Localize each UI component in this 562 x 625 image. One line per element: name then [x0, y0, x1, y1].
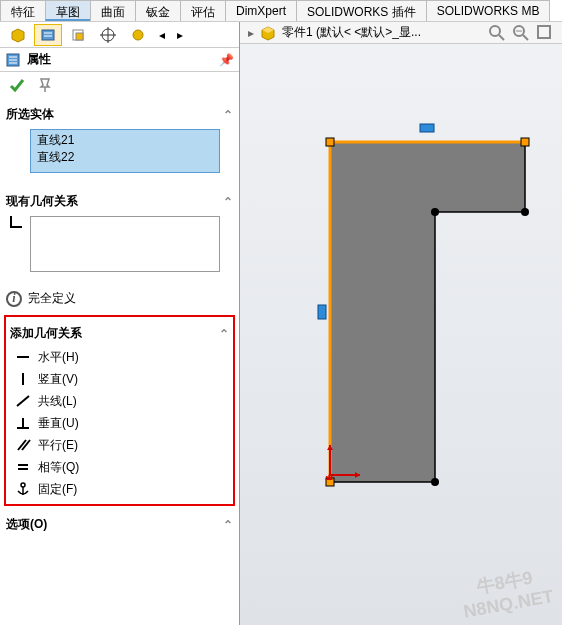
selected-entities-list[interactable]: 直线21 直线22 [30, 129, 220, 173]
sketch-endpoint[interactable] [431, 208, 439, 216]
graphics-viewport[interactable]: ▸ 零件1 (默认< <默认>_显... [240, 22, 562, 625]
sketch-endpoint[interactable] [431, 478, 439, 486]
rel-equal[interactable]: 相等(Q) [10, 456, 229, 478]
part-icon [260, 25, 276, 41]
sketch-endpoint[interactable] [521, 138, 529, 146]
equal-icon [14, 458, 32, 476]
ribbon-tabs: 特征 草图 曲面 钣金 评估 DimXpert SOLIDWORKS 插件 SO… [0, 0, 562, 22]
dimxpert-tab[interactable] [94, 24, 122, 46]
property-manager-panel: ◂ ▸ 属性 📌 所选实体 ⌃ 直线21 直线22 [0, 22, 240, 625]
info-icon: i [6, 291, 22, 307]
document-tab-bar: ▸ 零件1 (默认< <默认>_显... [240, 22, 562, 44]
svg-line-16 [17, 396, 29, 406]
confirm-row [0, 72, 239, 98]
chevron-left-icon: ◂ [159, 28, 165, 42]
pin-icon[interactable]: 📌 [219, 53, 234, 67]
property-header-icon [5, 52, 21, 68]
ok-button[interactable] [8, 76, 26, 94]
svg-point-23 [21, 483, 25, 487]
panel-scroll-left[interactable]: ◂ [154, 24, 170, 46]
panel-scroll-right[interactable]: ▸ [172, 24, 188, 46]
highlighted-add-relations: 添加几何关系 ⌃ 水平(H) 竖直(V) 共线(L) 垂直(U) 平行(E [4, 315, 235, 506]
options-label: 选项(O) [6, 516, 47, 533]
collapse-add-icon[interactable]: ⌃ [219, 327, 229, 341]
perpendicular-rel-icon [14, 414, 32, 432]
horizontal-icon [14, 348, 32, 366]
config-icon [70, 27, 86, 43]
tab-features[interactable]: 特征 [0, 0, 46, 21]
svg-marker-33 [330, 142, 525, 482]
tab-sheetmetal[interactable]: 钣金 [135, 0, 181, 21]
collapse-existing-icon[interactable]: ⌃ [223, 195, 233, 209]
push-pin-button[interactable] [36, 76, 54, 94]
svg-rect-5 [76, 33, 83, 40]
tab-sketch[interactable]: 草图 [45, 0, 91, 21]
svg-rect-32 [538, 26, 550, 38]
collinear-icon [14, 392, 32, 410]
display-tab[interactable] [124, 24, 152, 46]
definition-status: 完全定义 [28, 290, 76, 307]
tab-plugins[interactable]: SOLIDWORKS 插件 [296, 0, 427, 21]
vertical-icon [14, 370, 32, 388]
tab-mb[interactable]: SOLIDWORKS MB [426, 0, 551, 21]
propertymanager-tab[interactable] [34, 24, 62, 46]
rel-fix[interactable]: 固定(F) [10, 478, 229, 500]
target-icon [100, 27, 116, 43]
vertical-relation-marker[interactable] [318, 305, 326, 319]
watermark: 牛8牛9 N8NQ.NET [458, 562, 555, 622]
tab-nav-left[interactable]: ▸ [248, 26, 254, 40]
tab-evaluate[interactable]: 评估 [180, 0, 226, 21]
rel-horizontal[interactable]: 水平(H) [10, 346, 229, 368]
rel-vertical[interactable]: 竖直(V) [10, 368, 229, 390]
property-header: 属性 📌 [0, 48, 239, 72]
parallel-icon [14, 436, 32, 454]
sketch-endpoint[interactable] [326, 138, 334, 146]
chevron-right-icon: ▸ [177, 28, 183, 42]
sketch-geometry[interactable] [280, 82, 560, 502]
document-name[interactable]: 零件1 (默认< <默认>_显... [282, 24, 421, 41]
perpendicular-icon [10, 216, 22, 228]
svg-marker-0 [12, 29, 24, 42]
configmanager-tab[interactable] [64, 24, 92, 46]
tab-surface[interactable]: 曲面 [90, 0, 136, 21]
anchor-icon [14, 480, 32, 498]
add-relations-label: 添加几何关系 [10, 325, 82, 342]
rel-parallel[interactable]: 平行(E) [10, 434, 229, 456]
svg-rect-1 [42, 30, 54, 40]
list-item[interactable]: 直线21 [33, 132, 217, 149]
collapse-selected-icon[interactable]: ⌃ [223, 108, 233, 122]
selected-entities-label: 所选实体 [6, 106, 54, 123]
svg-line-30 [523, 35, 528, 40]
sketch-endpoint[interactable] [521, 208, 529, 216]
horizontal-relation-marker[interactable] [420, 124, 434, 132]
existing-relations-list[interactable] [30, 216, 220, 272]
panel-title: 属性 [27, 51, 51, 68]
svg-point-9 [133, 30, 143, 40]
panel-tab-bar: ◂ ▸ [0, 22, 239, 48]
cube-icon [10, 27, 26, 43]
collapse-options-icon[interactable]: ⌃ [223, 518, 233, 532]
svg-point-27 [490, 26, 500, 36]
rel-perpendicular[interactable]: 垂直(U) [10, 412, 229, 434]
zoom-icon[interactable] [488, 24, 506, 42]
rel-collinear[interactable]: 共线(L) [10, 390, 229, 412]
featuremanager-tab[interactable] [4, 24, 32, 46]
property-icon [40, 27, 56, 43]
view-icon[interactable] [536, 24, 554, 42]
existing-relations-label: 现有几何关系 [6, 193, 78, 210]
sketch-endpoint[interactable] [326, 478, 334, 486]
zoom-fit-icon[interactable] [512, 24, 530, 42]
svg-line-28 [499, 35, 504, 40]
tab-dimxpert[interactable]: DimXpert [225, 0, 297, 21]
display-icon [130, 27, 146, 43]
list-item[interactable]: 直线22 [33, 149, 217, 166]
